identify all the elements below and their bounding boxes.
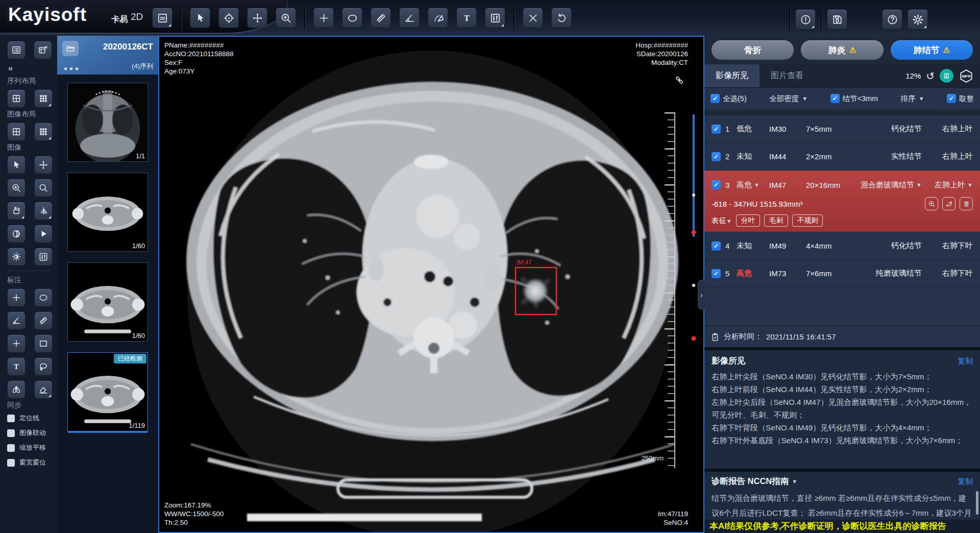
lung-annotation-button[interactable]: [7, 380, 26, 399]
series-grid-2x2-button[interactable]: [7, 89, 26, 108]
sort-dropdown[interactable]: 排序▼: [901, 94, 924, 104]
nodule-row-1[interactable]: ✓1低危IM307×5mm钙化结节右肺上叶: [704, 115, 980, 143]
nodule-row-2[interactable]: ✓2未知IM442×2mm实性结节右肺上叶: [704, 143, 980, 171]
probe-button[interactable]: [313, 8, 334, 28]
sync-option-3[interactable]: 缩放平移: [7, 443, 57, 452]
sync-section-label: 同步: [7, 401, 57, 410]
image-grid-2x2-button[interactable]: [7, 123, 26, 141]
trait-tag[interactable]: 分叶: [736, 214, 760, 227]
invert-button[interactable]: [7, 225, 26, 243]
crosshair-button[interactable]: [7, 288, 26, 307]
zoom-in-button[interactable]: [276, 8, 296, 28]
copy-report-button[interactable]: 复制: [958, 477, 973, 487]
select-all-checkbox[interactable]: ✓全选(5): [710, 94, 747, 104]
checkbox-unchecked[interactable]: [7, 415, 15, 422]
pan-button[interactable]: [247, 8, 267, 28]
nodule-checkbox[interactable]: ✓: [712, 269, 721, 278]
series-grid-3x3-button[interactable]: [34, 89, 53, 108]
nodule-checkbox[interactable]: ✓: [712, 180, 721, 189]
nodule-checkbox[interactable]: ✓: [712, 152, 721, 161]
ellipse-measure-button[interactable]: [342, 8, 362, 28]
ai-category-肺炎[interactable]: 肺炎⚠: [801, 40, 883, 60]
nodule-checkbox[interactable]: ✓: [712, 125, 721, 134]
chevron-down-icon[interactable]: ▼: [792, 478, 797, 484]
report-share-icon[interactable]: [940, 69, 953, 83]
clear-annotations-button[interactable]: [523, 8, 543, 28]
save-button[interactable]: [827, 9, 847, 30]
length-measure-button[interactable]: [371, 8, 391, 28]
angle-measure-button[interactable]: [7, 311, 26, 330]
zoom-in-button[interactable]: [7, 179, 26, 197]
link-series-icon[interactable]: [674, 75, 685, 86]
layout-2d-button[interactable]: 2D: [152, 8, 173, 28]
length-measure-button[interactable]: [34, 311, 53, 330]
settings-button[interactable]: [908, 9, 928, 30]
nodule-checkbox[interactable]: ✓: [712, 241, 721, 251]
trait-tag[interactable]: 不规则: [792, 214, 823, 227]
delete-nodule-button[interactable]: [960, 197, 973, 210]
tab-图片查看[interactable]: 图片查看: [760, 64, 815, 87]
image-grid-3x3-button[interactable]: [34, 123, 53, 141]
round-checkbox[interactable]: ✓取整: [947, 94, 974, 104]
checkbox-unchecked[interactable]: [7, 429, 15, 437]
mpr-icon[interactable]: MPR: [959, 68, 974, 84]
select-button[interactable]: [190, 8, 210, 28]
density-dropdown[interactable]: 全部密度▼: [769, 94, 807, 104]
nodule-card-selected[interactable]: ✓3高危▼IM4720×16mm混合磨玻璃结节▼左肺上叶▼-618 - 347H…: [704, 171, 980, 232]
trait-dropdown[interactable]: 表征▼: [712, 216, 732, 226]
svg-text:T: T: [464, 13, 470, 22]
help-button[interactable]: [882, 9, 902, 30]
ai-category-肺结节[interactable]: 肺结节⚠: [891, 40, 973, 60]
report-scrollbar[interactable]: [976, 491, 978, 515]
ai-category-骨折[interactable]: 骨折: [712, 40, 794, 60]
series-thumbnail-4[interactable]: 已经检测1/119: [67, 352, 148, 431]
nodule-row-5[interactable]: ✓5高危IM737×6mm纯磨玻璃结节右肺下叶: [704, 260, 980, 287]
small-nodule-checkbox[interactable]: ✓结节<3mm: [830, 94, 878, 104]
text-annotation-button[interactable]: T: [456, 8, 477, 28]
copy-findings-button[interactable]: 复制: [958, 356, 973, 366]
window-level-button[interactable]: [34, 248, 53, 266]
cine-play-button[interactable]: [34, 225, 53, 243]
collapse-panel-handle[interactable]: ›: [698, 280, 705, 309]
series-thumbnail-1[interactable]: 1/1: [67, 83, 148, 162]
brightness-button[interactable]: [7, 248, 26, 266]
tab-影像所见[interactable]: 影像所见: [704, 64, 760, 87]
rotate-button[interactable]: [7, 202, 26, 220]
collapse-sidebar-button[interactable]: «: [8, 63, 57, 74]
sync-option-2[interactable]: 图像联动: [7, 428, 57, 438]
series-thumbnail-3[interactable]: 1/60: [67, 262, 148, 342]
reset-button[interactable]: [551, 8, 572, 28]
series-thumbnail-2[interactable]: 1/60: [67, 173, 148, 252]
rect-roi-button[interactable]: [34, 334, 53, 353]
select-button[interactable]: [7, 156, 26, 174]
ct-viewport[interactable]: IM:47 250mm PName:#########AccNO:2021011…: [158, 36, 704, 533]
window-level-button[interactable]: [485, 8, 505, 28]
zoom-to-nodule-button[interactable]: [925, 197, 938, 210]
text-annotation-button[interactable]: T: [7, 357, 26, 376]
ct-image[interactable]: IM:47 250mm: [159, 37, 703, 532]
sync-option-1[interactable]: 定位线: [7, 414, 57, 423]
magnify-button[interactable]: [34, 179, 53, 197]
freehand-roi-button[interactable]: [34, 357, 53, 376]
angle-measure-button[interactable]: [399, 8, 420, 28]
flip-button[interactable]: [34, 202, 53, 220]
study-header[interactable]: 20200126CT ★★★ (4)序列: [57, 36, 158, 75]
checkbox-unchecked[interactable]: [7, 444, 15, 452]
top-toolbar: Kayisoft 卡易 2D 2DT: [0, 0, 980, 36]
cobb-angle-button[interactable]: [428, 8, 448, 28]
refresh-icon[interactable]: ↺: [926, 71, 935, 81]
nodule-row-3[interactable]: ✓3高危▼IM4720×16mm混合磨玻璃结节▼左肺上叶▼: [704, 171, 980, 196]
followup-compare-button[interactable]: [942, 197, 955, 210]
nodule-row-4[interactable]: ✓4未知IM494×4mm钙化结节右肺下叶: [704, 232, 980, 260]
point-marker-button[interactable]: [7, 334, 26, 353]
trait-tag[interactable]: 毛刺: [764, 214, 788, 227]
eraser-button[interactable]: [34, 380, 53, 399]
checkbox-unchecked[interactable]: [7, 459, 15, 467]
sync-option-4[interactable]: 窗宽窗位: [7, 458, 57, 467]
pan-button[interactable]: [34, 156, 53, 174]
locate-button[interactable]: [218, 8, 239, 28]
ellipse-roi-button[interactable]: [34, 288, 53, 307]
close-series-button[interactable]: [34, 41, 52, 59]
alert-button[interactable]: [795, 9, 816, 30]
worklist-button[interactable]: [7, 41, 26, 59]
